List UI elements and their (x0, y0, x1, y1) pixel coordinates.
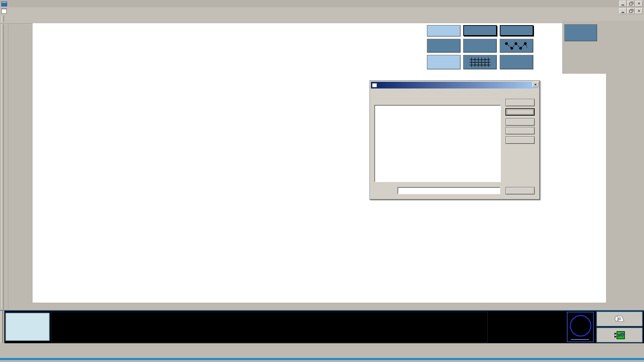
alarm-list[interactable] (51, 312, 488, 343)
paper-roll-icon (614, 314, 625, 324)
minutes-values-button[interactable] (463, 25, 497, 36)
status-bar (0, 310, 644, 343)
minimize-button[interactable] (619, 1, 627, 7)
setup-button[interactable] (427, 39, 461, 53)
save-button[interactable] (505, 187, 535, 194)
report-print-button[interactable] (596, 311, 643, 326)
settings-listbox[interactable] (374, 105, 501, 182)
load-button[interactable] (505, 99, 535, 106)
delete-all-button[interactable] (505, 136, 535, 144)
hours-values-button[interactable] (500, 25, 533, 36)
percent-button[interactable] (463, 39, 497, 53)
trend-screen-button[interactable] (596, 327, 643, 343)
window-titlebar: × (0, 0, 644, 7)
delete-button[interactable] (505, 127, 535, 134)
bottom-margin (0, 360, 644, 362)
toolbar-grip[interactable] (1, 15, 4, 22)
circle-diagram-icon (570, 315, 591, 337)
menu-bar: × (0, 7, 644, 14)
template-settings-dialog: × (370, 80, 540, 200)
child-minimize-button[interactable] (619, 8, 627, 14)
light-pen-button[interactable] (500, 55, 533, 69)
page-tabs (0, 344, 644, 358)
seconds-values-button[interactable] (427, 25, 461, 37)
mdi-child-icon[interactable] (1, 8, 7, 14)
krug-label (571, 339, 589, 340)
markers-trend-button[interactable] (500, 39, 533, 53)
save-load-trend-button[interactable] (565, 24, 597, 41)
list-name-input[interactable] (397, 187, 500, 194)
restore-button[interactable] (627, 1, 635, 7)
clock-panel (5, 313, 50, 341)
close-button[interactable]: × (635, 1, 643, 7)
app-icon (1, 1, 7, 6)
child-restore-button[interactable] (627, 8, 635, 14)
dialog-icon (372, 83, 377, 87)
dialog-titlebar[interactable] (371, 82, 539, 88)
rename-button[interactable] (505, 118, 535, 126)
dialog-close-icon[interactable]: × (532, 82, 539, 87)
krug-panel[interactable] (567, 312, 594, 342)
trend-markers-icon (504, 41, 529, 51)
grid-icon (468, 57, 492, 68)
statusbar-grip (0, 311, 4, 343)
mini-trend-icon (614, 330, 625, 340)
close-dialog-button[interactable] (505, 108, 535, 116)
left-dock-strip (0, 23, 8, 310)
background-button[interactable] (427, 55, 461, 69)
grid-button[interactable] (463, 55, 497, 69)
toolbar (0, 14, 644, 23)
child-close-button[interactable]: × (635, 8, 643, 14)
